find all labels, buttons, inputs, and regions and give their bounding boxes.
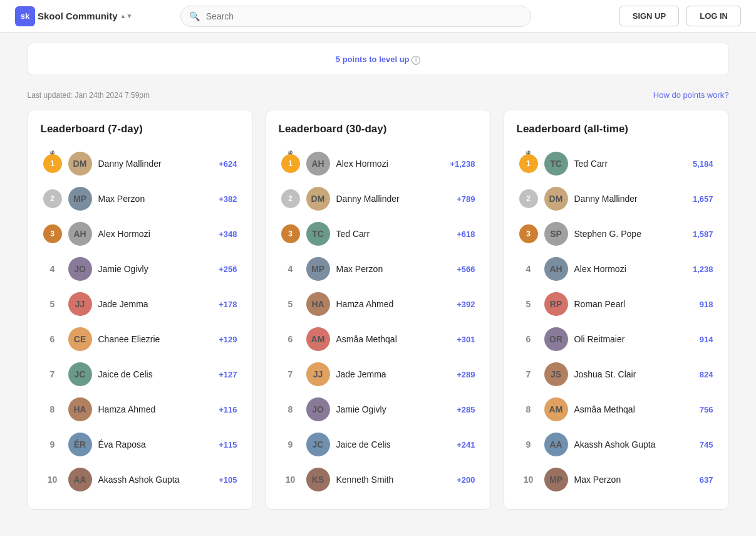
rank-number: 10 bbox=[281, 475, 300, 485]
avatar: DM bbox=[544, 187, 568, 211]
avatar: SP bbox=[544, 222, 568, 246]
list-item[interactable]: 8HAHamza Ahmed+116 bbox=[41, 392, 240, 426]
avatar: HA bbox=[68, 397, 92, 421]
avatar: JC bbox=[68, 362, 92, 386]
list-item[interactable]: 8JOJamie Ogivly+285 bbox=[279, 392, 478, 426]
list-item[interactable]: 6OROli Reitmaier914 bbox=[517, 322, 716, 356]
rank-number: 9 bbox=[519, 439, 538, 449]
avatar: ÉR bbox=[68, 433, 92, 456]
avatar: JS bbox=[544, 362, 568, 386]
rank-number: 9 bbox=[281, 439, 300, 449]
score-value: +789 bbox=[457, 194, 475, 204]
list-item[interactable]: 4AHAlex Hormozi1,238 bbox=[517, 252, 716, 286]
person-name: Jade Jemma bbox=[336, 369, 451, 379]
leaderboard-7day: Leaderboard (7-day)♛1DMDanny Mallinder+6… bbox=[28, 110, 253, 510]
list-item[interactable]: ♛1DMDanny Mallinder+624 bbox=[41, 147, 240, 181]
score-value: +105 bbox=[219, 475, 237, 485]
leaderboard-7day-title: Leaderboard (7-day) bbox=[41, 123, 240, 135]
list-item[interactable]: 6AMAsmâa Methqal+301 bbox=[279, 322, 478, 356]
list-item[interactable]: 10AAAkassh Ashok Gupta+105 bbox=[41, 463, 240, 497]
chevron-down-icon: ▲▼ bbox=[120, 13, 133, 19]
list-item[interactable]: 9JCJaice de Celis+241 bbox=[279, 428, 478, 461]
rank-badge-2: 2 bbox=[281, 189, 300, 208]
score-value: 637 bbox=[700, 475, 713, 485]
person-name: Roman Pearl bbox=[574, 299, 693, 309]
rank-number: 7 bbox=[519, 369, 538, 379]
list-item[interactable]: 3AHAlex Hormozi+348 bbox=[41, 217, 240, 251]
person-name: Éva Raposa bbox=[98, 439, 213, 449]
score-value: +127 bbox=[219, 370, 237, 379]
score-value: 824 bbox=[700, 370, 713, 379]
main-content: 5 points to level up i Last updated: Jan… bbox=[15, 43, 742, 535]
score-value: +285 bbox=[457, 405, 475, 414]
list-item[interactable]: 2MPMax Perzon+382 bbox=[41, 182, 240, 216]
leaderboard-alltime: Leaderboard (all-time)♛1TCTed Carr5,1842… bbox=[504, 110, 729, 510]
rank-badge-3: 3 bbox=[43, 224, 62, 243]
list-item[interactable]: 7JSJoshua St. Clair824 bbox=[517, 357, 716, 391]
list-item[interactable]: 9AAAkassh Ashok Gupta745 bbox=[517, 428, 716, 461]
avatar: JO bbox=[68, 257, 92, 281]
rank-number: 4 bbox=[281, 264, 300, 274]
avatar: MP bbox=[306, 257, 330, 281]
list-item[interactable]: 10MPMax Perzon637 bbox=[517, 463, 716, 497]
person-name: Oli Reitmaier bbox=[574, 334, 693, 344]
avatar: CE bbox=[68, 327, 92, 351]
leaderboard-30day: Leaderboard (30-day)♛1AHAlex Hormozi+1,2… bbox=[266, 110, 491, 510]
list-item[interactable]: 3TCTed Carr+618 bbox=[279, 217, 478, 251]
leaderboard-alltime-list: ♛1TCTed Carr5,1842DMDanny Mallinder1,657… bbox=[517, 147, 716, 497]
list-item[interactable]: 5JJJade Jemma+178 bbox=[41, 287, 240, 321]
person-name: Akassh Ashok Gupta bbox=[574, 439, 693, 449]
community-name: Skool Community bbox=[38, 11, 118, 21]
list-item[interactable]: 9ÉRÉva Raposa+115 bbox=[41, 428, 240, 461]
list-item[interactable]: 2DMDanny Mallinder+789 bbox=[279, 182, 478, 216]
community-switcher[interactable]: sk Skool Community ▲▼ bbox=[15, 6, 132, 26]
rank-number: 6 bbox=[519, 334, 538, 344]
person-name: Kenneth Smith bbox=[336, 475, 451, 485]
info-icon[interactable]: i bbox=[412, 56, 420, 65]
person-name: Jaice de Celis bbox=[336, 439, 451, 449]
list-item[interactable]: 8AMAsmâa Methqal756 bbox=[517, 392, 716, 426]
search-input[interactable] bbox=[180, 6, 531, 27]
list-item[interactable]: 10KSKenneth Smith+200 bbox=[279, 463, 478, 497]
list-item[interactable]: ♛1TCTed Carr5,184 bbox=[517, 147, 716, 181]
list-item[interactable]: 7JJJade Jemma+289 bbox=[279, 357, 478, 391]
list-item[interactable]: 4MPMax Perzon+566 bbox=[279, 252, 478, 286]
avatar: JC bbox=[306, 433, 330, 456]
avatar: AH bbox=[544, 257, 568, 281]
avatar: RP bbox=[544, 292, 568, 316]
person-name: Stephen G. Pope bbox=[574, 229, 686, 239]
points-banner: 5 points to level up i bbox=[28, 43, 729, 75]
person-name: Alex Hormozi bbox=[574, 264, 686, 274]
list-item[interactable]: 5HAHamza Ahmed+392 bbox=[279, 287, 478, 321]
avatar: AH bbox=[68, 222, 92, 246]
signup-button[interactable]: SIGN UP bbox=[619, 6, 679, 26]
points-link[interactable]: 5 points to level up bbox=[336, 55, 410, 64]
header-actions: SIGN UP LOG IN bbox=[619, 6, 741, 26]
list-item[interactable]: 4JOJamie Ogivly+256 bbox=[41, 252, 240, 286]
rank-number: 8 bbox=[519, 404, 538, 414]
avatar: MP bbox=[544, 468, 568, 491]
rank-number: 4 bbox=[519, 264, 538, 274]
score-value: 5,184 bbox=[693, 159, 713, 169]
leaderboards-container: Leaderboard (7-day)♛1DMDanny Mallinder+6… bbox=[28, 110, 729, 535]
avatar: HA bbox=[306, 292, 330, 316]
list-item[interactable]: 3SPStephen G. Pope1,587 bbox=[517, 217, 716, 251]
login-button[interactable]: LOG IN bbox=[686, 6, 741, 26]
person-name: Ted Carr bbox=[336, 229, 451, 239]
person-name: Asmâa Methqal bbox=[336, 334, 451, 344]
leaderboard-alltime-title: Leaderboard (all-time) bbox=[517, 123, 716, 135]
score-value: +256 bbox=[219, 265, 237, 274]
person-name: Ted Carr bbox=[574, 159, 686, 169]
list-item[interactable]: 2DMDanny Mallinder1,657 bbox=[517, 182, 716, 216]
avatar: AA bbox=[68, 468, 92, 491]
rank-number: 6 bbox=[281, 334, 300, 344]
avatar: TC bbox=[306, 222, 330, 246]
rank-number: 7 bbox=[43, 369, 62, 379]
list-item[interactable]: 7JCJaice de Celis+127 bbox=[41, 357, 240, 391]
score-value: +241 bbox=[457, 440, 475, 449]
list-item[interactable]: 6CEChanee Eliezrie+129 bbox=[41, 322, 240, 356]
list-item[interactable]: ♛1AHAlex Hormozi+1,238 bbox=[279, 147, 478, 181]
score-value: +1,238 bbox=[450, 159, 475, 169]
how-points-link[interactable]: How do points work? bbox=[653, 90, 729, 100]
list-item[interactable]: 5RPRoman Pearl918 bbox=[517, 287, 716, 321]
